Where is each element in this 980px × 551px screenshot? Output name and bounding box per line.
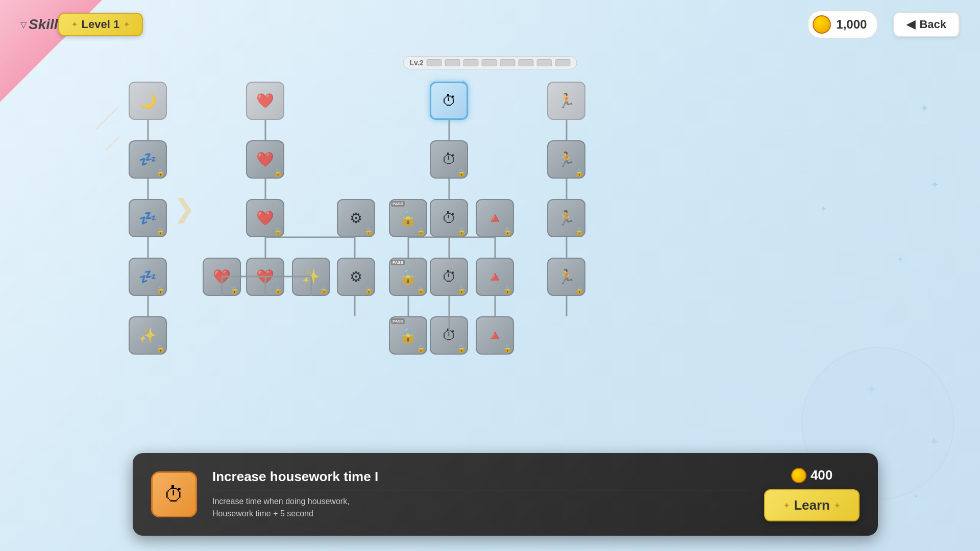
level-seg-6: [518, 59, 533, 66]
skill-node-r2-c2b[interactable]: ⏱ 🔒: [430, 199, 468, 237]
tooltip-divider: [212, 490, 749, 490]
tooltip-actions: 400 Learn: [764, 467, 860, 521]
skill-node-r1-c3[interactable]: 🏃 🔒: [547, 140, 585, 179]
skill-node-r2-c25[interactable]: 🔺 🔒: [476, 199, 514, 237]
skill-node-heart-top[interactable]: ❤️: [246, 82, 284, 120]
tooltip-skill-icon: ⏱: [151, 471, 197, 517]
skill-logo-icon: ▽: [20, 20, 27, 30]
skill-node-sleep-top[interactable]: 🌙: [129, 82, 167, 120]
tooltip-content: Increase housework time I Increase time …: [212, 469, 749, 520]
lock-icon-r2c25: 🔒: [503, 227, 512, 235]
heart-icon: ❤️: [256, 92, 274, 109]
pass-badge-r3c2a: PASS: [391, 260, 405, 265]
coin-display: 1,000: [807, 10, 878, 39]
level-seg-8: [555, 59, 570, 66]
tooltip-panel: ⏱ Increase housework time I Increase tim…: [133, 453, 878, 536]
sparkle-3: ✦: [930, 179, 939, 191]
level-seg-4: [481, 59, 497, 66]
skill-node-r3-c2b[interactable]: ⏱ 🔒: [430, 258, 468, 296]
skill-tree: 🌙 ❤️ ⏱ 🏃 💤 🔒 ❤️ 🔒 ⏱ 🔒 🏃 🔒 💤 🔒 ❤️ 🔒 ⚙: [102, 82, 903, 418]
tooltip-cost-amount: 400: [811, 467, 832, 483]
level-seg-1: [426, 59, 442, 66]
skill-node-r1-c0[interactable]: 💤 🔒: [129, 140, 167, 179]
timer-icon: ⏱: [442, 92, 456, 109]
r3c25-icon: 🔺: [486, 268, 504, 285]
skill-node-r2-c2a[interactable]: PASS 🔒 🔒: [389, 199, 427, 237]
lock-icon-r3c0: 🔒: [156, 286, 165, 294]
r2c0-icon: 💤: [139, 210, 157, 227]
skill-node-r3-c2a[interactable]: PASS 🔒 🔒: [389, 258, 427, 296]
r4c2b-icon: ⏱: [442, 327, 456, 344]
level-seg-3: [463, 59, 478, 66]
back-label: Back: [919, 18, 946, 31]
skill-node-r3-c0[interactable]: 💤 🔒: [129, 258, 167, 296]
tooltip-coin-icon: [791, 468, 806, 483]
lock-icon-r2c1: 🔒: [274, 227, 282, 235]
level-badge[interactable]: Level 1: [58, 13, 143, 36]
learn-button[interactable]: Learn: [764, 489, 860, 521]
skill-node-r1-c1[interactable]: ❤️ 🔒: [246, 140, 284, 179]
skill-node-runner-top[interactable]: 🏃: [547, 82, 585, 120]
skill-node-r3-c3[interactable]: 🏃 🔒: [547, 258, 585, 296]
lock-icon-r3c3: 🔒: [575, 286, 583, 294]
runner-icon: 🏃: [557, 92, 575, 109]
skill-node-r2-c3[interactable]: 🏃 🔒: [547, 199, 585, 237]
pass-badge-r4c2a: PASS: [391, 318, 405, 324]
r4c2a-icon: 🔒: [399, 327, 417, 344]
lock-icon-r1c1: 🔒: [274, 168, 282, 177]
skill-tree-connectors: [102, 82, 903, 418]
lock-icon-r1c0: 🔒: [156, 168, 165, 177]
lock-icon-r2c2a: 🔒: [416, 227, 425, 235]
level-seg-2: [445, 59, 460, 66]
skill-node-r3-c1c[interactable]: ✨ 🔒: [292, 258, 330, 296]
r1c0-icon: 💤: [139, 151, 157, 168]
lock-icon-r1c2: 🔒: [457, 168, 466, 177]
skill-node-r2-c0[interactable]: 💤 🔒: [129, 199, 167, 237]
lock-icon-r3c2b: 🔒: [457, 286, 466, 294]
tooltip-desc-line2: Housework time + 5 second: [212, 509, 313, 518]
lock-icon-r3c15: 🔒: [364, 286, 373, 294]
lock-icon-r1c3: 🔒: [575, 168, 583, 177]
header: ▽ Skill Level 1 1,000 ◀ Back: [0, 10, 980, 39]
coin-icon: [813, 15, 831, 34]
tooltip-title: Increase housework time I: [212, 469, 749, 485]
skill-node-r3-c1b[interactable]: ❤️ 🔒: [246, 258, 284, 296]
r1c3-icon: 🏃: [557, 151, 575, 168]
skill-node-r3-c25[interactable]: 🔺 🔒: [476, 258, 514, 296]
pass-badge-r2c2a: PASS: [391, 201, 405, 207]
skill-node-r4-c2a[interactable]: PASS 🔒 🔒: [389, 316, 427, 355]
lock-icon-r2c3: 🔒: [575, 227, 583, 235]
skill-node-r4-c2b[interactable]: ⏱ 🔒: [430, 316, 468, 355]
r2c25-icon: 🔺: [486, 210, 504, 227]
skill-node-r3-c1a[interactable]: ❤️ 🔒: [203, 258, 241, 296]
r2c2b-icon: ⏱: [442, 210, 456, 227]
lock-icon-r4c25: 🔒: [503, 344, 512, 353]
back-arrow-icon: ◀: [906, 18, 915, 31]
skill-node-r3-c15[interactable]: ⚙ 🔒: [337, 258, 375, 296]
skill-node-r4-c0[interactable]: ✨ 🔒: [129, 316, 167, 355]
back-button[interactable]: ◀ Back: [893, 12, 960, 37]
skill-node-r2-c15[interactable]: ⚙ 🔒: [337, 199, 375, 237]
skill-node-r2-c1[interactable]: ❤️ 🔒: [246, 199, 284, 237]
r3c15-icon: ⚙: [350, 268, 362, 285]
sparkle-6: ✦: [914, 493, 919, 500]
lock-icon-r3c1c: 🔒: [320, 286, 328, 294]
tooltip-desc-line1: Increase time when doing housework,: [212, 497, 350, 506]
level-seg-7: [536, 59, 552, 66]
level-seg-5: [500, 59, 515, 66]
r2c3-icon: 🏃: [557, 210, 575, 227]
r3c1c-icon: ✨: [302, 268, 320, 285]
level-bar-label: Lv.2: [410, 59, 424, 67]
r4c25-icon: 🔺: [486, 327, 504, 344]
skill-node-r4-c25[interactable]: 🔺 🔒: [476, 316, 514, 355]
skill-node-r1-c2[interactable]: ⏱ 🔒: [430, 140, 468, 179]
skill-node-timer-top[interactable]: ⏱: [430, 82, 468, 120]
sparkle-2: ✦: [920, 102, 929, 114]
lock-icon-r3c25: 🔒: [503, 286, 512, 294]
lock-icon-r4c2b: 🔒: [457, 344, 466, 353]
r3c1b-icon: ❤️: [256, 268, 274, 285]
coin-amount: 1,000: [836, 17, 867, 32]
lock-icon-r2c0: 🔒: [156, 227, 165, 235]
tooltip-cost: 400: [791, 467, 832, 483]
r4c0-icon: ✨: [139, 327, 157, 344]
